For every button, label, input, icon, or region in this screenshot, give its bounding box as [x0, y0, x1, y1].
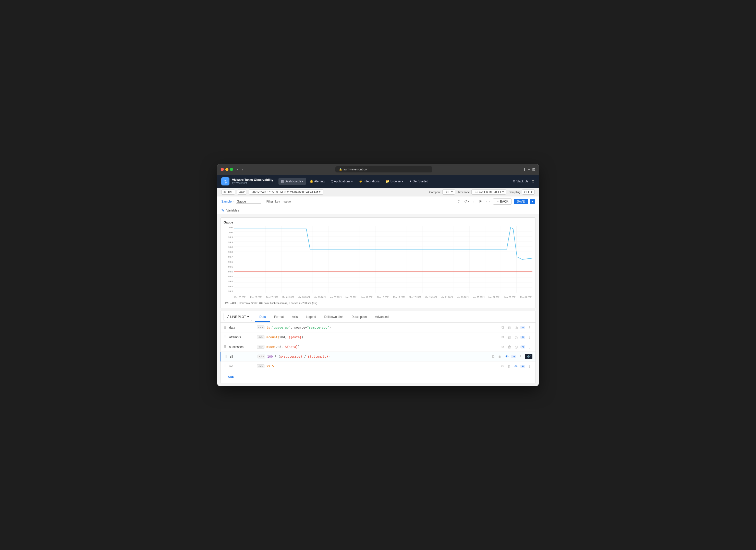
- variables-icon: ✎: [221, 209, 224, 213]
- share-button[interactable]: ⤴: [457, 199, 461, 205]
- code-tag[interactable]: </>: [257, 325, 264, 329]
- more-options-button[interactable]: ⋮: [527, 325, 532, 330]
- drag-handle[interactable]: ⠿: [224, 335, 226, 339]
- back-button[interactable]: ← BACK: [493, 199, 512, 205]
- more-button[interactable]: ⋯: [485, 199, 491, 205]
- more-options-button[interactable]: ⋮: [527, 364, 532, 369]
- copy-button[interactable]: ⧉: [501, 325, 505, 330]
- brand-text: VMware Tanzu Observability by Wavefront: [232, 178, 273, 185]
- maximize-traffic-light[interactable]: [230, 168, 233, 171]
- eye-button[interactable]: 👁: [504, 354, 510, 359]
- drag-handle[interactable]: ⠿: [224, 345, 226, 349]
- hide-button[interactable]: ◎: [514, 335, 519, 340]
- browser-chrome: ‹ › 🔒 surf.wavefront.com ⬆ + ⊡: [217, 164, 539, 175]
- minus6w-button[interactable]: -6W: [237, 190, 247, 195]
- live-button[interactable]: LIVE: [221, 190, 235, 195]
- chart-container: 100 100 99.9 99.9 99.8 99.8 99.7 99.6 99…: [224, 226, 532, 300]
- chart-area: Gauge 100 100 99.9 99.9 99.8 99.8 99.7 9…: [220, 217, 536, 308]
- address-bar[interactable]: 🔒 surf.wavefront.com: [335, 166, 432, 173]
- up-button[interactable]: ↑: [472, 199, 476, 205]
- sidebar-toggle-icon[interactable]: ⊡: [532, 167, 535, 172]
- settings-icon[interactable]: ⚙: [531, 179, 535, 184]
- new-tab-icon[interactable]: +: [528, 167, 530, 172]
- code-tag[interactable]: </>: [257, 364, 264, 368]
- row-actions: ⧉ 🗑 👁 AI ⋮: [500, 363, 532, 369]
- nav-item-browse[interactable]: 📁 Browse ▾: [383, 178, 406, 185]
- eye-button[interactable]: 👁: [513, 364, 519, 369]
- delete-button[interactable]: 🗑: [507, 325, 512, 330]
- traffic-lights: [221, 168, 233, 171]
- nav-item-getstarted[interactable]: ✦ Get Started: [407, 178, 431, 185]
- row-actions: ⧉ 🗑 ◎ AI ⋮: [501, 334, 532, 340]
- nav-item-alerting[interactable]: 🔔 Alerting: [307, 178, 327, 185]
- drag-handle[interactable]: ⠿: [224, 354, 227, 359]
- tabs-header: ╱ LINE PLOT ▾ Data Format Axis Legend Dr…: [221, 311, 535, 323]
- chart-type-button[interactable]: ╱ LINE PLOT ▾: [224, 313, 252, 321]
- slack-us-button[interactable]: ⧉ Slack Us: [513, 180, 528, 183]
- row-name-slo: slo: [229, 364, 255, 368]
- compare-group: Compare OFF ▾: [429, 189, 455, 195]
- row-formula-successes[interactable]: msum(28d, ${data}): [266, 345, 498, 349]
- filter-input[interactable]: [275, 200, 316, 203]
- drag-handle[interactable]: ⠿: [224, 325, 226, 329]
- add-button[interactable]: ADD: [224, 373, 238, 381]
- sampling-dropdown[interactable]: OFF ▾: [522, 189, 535, 195]
- flag-button[interactable]: ⚑: [478, 199, 483, 205]
- code-tag[interactable]: </>: [258, 354, 265, 358]
- tab-legend[interactable]: Legend: [302, 312, 320, 322]
- row-formula-data[interactable]: ts("guage.up", source="sample-app"): [266, 326, 498, 329]
- hide-button[interactable]: ◎: [514, 325, 519, 330]
- tab-drilldown-link[interactable]: Drilldown Link: [320, 312, 347, 322]
- code-tag[interactable]: </>: [257, 345, 264, 349]
- delete-button[interactable]: 🗑: [507, 344, 512, 349]
- row-formula-slo[interactable]: 99.5: [266, 364, 498, 368]
- chart-svg: [234, 226, 532, 292]
- back-nav-button[interactable]: ‹: [236, 166, 240, 173]
- table-row: ⠿ slo </> 99.5 ⧉ 🗑 👁 AI ⋮: [221, 361, 535, 371]
- compare-dropdown[interactable]: OFF ▾: [442, 189, 455, 195]
- row-actions: ⧉ 🗑 ◎ AI ⋮: [501, 344, 532, 349]
- tab-data[interactable]: Data: [255, 312, 270, 322]
- sampling-group: Sampling OFF ▾: [509, 189, 535, 195]
- data-rows: ⠿ data </> ts("guage.up", source="sample…: [221, 323, 535, 383]
- delete-button[interactable]: 🗑: [506, 364, 512, 369]
- drag-handle[interactable]: ⠿: [224, 364, 226, 368]
- breadcrumb-separator: ›: [233, 200, 234, 203]
- tab-axis[interactable]: Axis: [288, 312, 302, 322]
- tab-format[interactable]: Format: [270, 312, 288, 322]
- delete-button[interactable]: 🗑: [497, 354, 503, 359]
- copy-button[interactable]: ⧉: [501, 344, 505, 349]
- row-formula-attempts[interactable]: mcount(28d, ${data}): [266, 335, 498, 339]
- time-range-input[interactable]: 2021-02-20 07:05:53 PM to 2021-04-02 08:…: [249, 189, 323, 195]
- share-icon[interactable]: ⬆: [523, 167, 526, 172]
- nav-item-integrations[interactable]: ⚡ Integrations: [356, 178, 382, 185]
- breadcrumb-parent-link[interactable]: Sample: [221, 200, 232, 203]
- save-dropdown-button[interactable]: ▾: [530, 199, 535, 204]
- save-button[interactable]: SAVE: [514, 199, 528, 204]
- forward-nav-button[interactable]: ›: [240, 166, 245, 173]
- timezone-dropdown[interactable]: BROWSER DEFAULT ▾: [471, 189, 506, 195]
- row-name-successes: successes: [229, 345, 255, 349]
- minimize-traffic-light[interactable]: [225, 168, 228, 171]
- breadcrumb-bar: Sample › Filter ⤴ </> ↑ ⚑ ⋯ ← BACK SAVE …: [217, 197, 539, 207]
- close-traffic-light[interactable]: [221, 168, 224, 171]
- tab-advanced[interactable]: Advanced: [371, 312, 393, 322]
- copy-button[interactable]: ⧉: [501, 334, 505, 340]
- code-tag[interactable]: </>: [257, 335, 264, 339]
- nav-right: ⧉ Slack Us ⚙: [513, 179, 535, 184]
- delete-button[interactable]: 🗑: [507, 335, 512, 340]
- row-formula-sli[interactable]: 100 * (${successes} / ${attempts}): [267, 355, 489, 358]
- hide-button[interactable]: ◎: [514, 344, 519, 349]
- tab-description[interactable]: Description: [347, 312, 371, 322]
- copy-button[interactable]: ⧉: [491, 354, 495, 359]
- more-options-button[interactable]: ⋮: [527, 344, 532, 349]
- link-icon[interactable]: 🔗: [525, 354, 532, 359]
- breadcrumb-current-input[interactable]: [236, 200, 261, 204]
- brand: ◎ VMware Tanzu Observability by Wavefron…: [221, 177, 273, 186]
- nav-item-dashboards[interactable]: ▦ Dashboards ▾: [278, 178, 306, 185]
- embed-button[interactable]: </>: [463, 199, 470, 205]
- more-options-button[interactable]: ⋮: [527, 335, 532, 340]
- copy-button[interactable]: ⧉: [500, 363, 505, 369]
- nav-item-applications[interactable]: ⬡ Applications ▾: [328, 178, 356, 185]
- more-options-button[interactable]: ⋮: [518, 354, 523, 359]
